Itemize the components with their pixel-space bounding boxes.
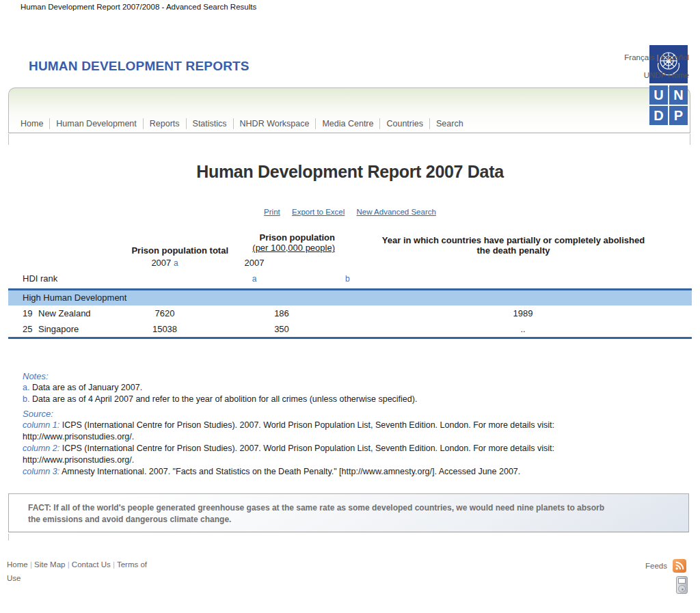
report-title: Human Development Report 2007 Data: [0, 162, 700, 182]
col-abolition-year-header: Year in which countries have partially o…: [335, 230, 692, 256]
abolition-year-value: 1989: [335, 305, 692, 321]
col2-note-spacer: [101, 271, 228, 288]
site-logo-text[interactable]: HUMAN DEVELOPMENT REPORTS: [29, 59, 250, 74]
note-label-a: a.: [23, 383, 29, 392]
undp-letter-n: N: [669, 85, 688, 105]
results-table: Prison population total Prison populatio…: [8, 230, 692, 339]
col3-year: 2007: [245, 256, 265, 271]
col4-note-cell: b: [335, 271, 692, 288]
abolition-year-value: ..: [335, 321, 692, 337]
footnote-a-link[interactable]: a: [174, 258, 178, 268]
footer-box-top: [8, 534, 9, 541]
undp-letter-u: U: [649, 85, 668, 105]
source-label-column3: column 3:: [23, 467, 59, 476]
undp-home-link[interactable]: UNDP Home: [457, 71, 689, 79]
footnote-a-link[interactable]: a: [252, 271, 257, 287]
prison-rate-header-line2[interactable]: (per 100,000 people): [252, 243, 335, 253]
prison-total-value: 7620: [101, 305, 228, 321]
page-title: Human Development Report 2007/2008 - Adv…: [21, 3, 256, 11]
nav-item-countries[interactable]: Countries: [379, 118, 429, 129]
prison-rate-value: 186: [228, 305, 335, 321]
nav-item-statistics[interactable]: Statistics: [186, 118, 233, 129]
footnote-b-link[interactable]: b: [345, 274, 350, 284]
nav-item-reports[interactable]: Reports: [143, 118, 186, 129]
header-spacer: [8, 230, 101, 256]
undp-letter-d: D: [649, 106, 668, 125]
feeds-area: Feeds: [645, 559, 686, 573]
note-item: b. Data are as of 4 April 2007 and refer…: [23, 394, 651, 405]
footer-links: Home Site Map Contact Us Terms of Use: [7, 558, 163, 585]
prison-rate-header-line1: Prison population: [260, 232, 336, 243]
prison-total-value: 15038: [101, 321, 228, 337]
table-row: 19New Zealand 7620 186 1989: [8, 305, 692, 321]
note-text: Data are as of January 2007.: [32, 383, 142, 392]
col4-year-spacer: [335, 256, 692, 271]
main-navigation: HomeHuman DevelopmentReportsStatisticsNH…: [8, 87, 690, 133]
note-label-b: b.: [23, 394, 29, 404]
nav-item-home[interactable]: Home: [14, 118, 49, 129]
col-prison-total-header: Prison population total: [101, 230, 228, 256]
hdi-rank-value: 19: [23, 305, 33, 321]
nav-item-human-development[interactable]: Human Development: [49, 118, 142, 129]
ipod-screen: [678, 578, 686, 584]
notes-heading: Notes:: [23, 370, 651, 382]
country-cell: 19New Zealand: [8, 305, 101, 321]
col-prison-rate-header: Prison population (per 100,000 people): [228, 230, 335, 256]
nav-item-media-centre[interactable]: Media Centre: [315, 118, 379, 129]
source-item: column 2: ICPS (International Centre for…: [23, 443, 651, 466]
table-subnote-row: HDI rank a b: [8, 271, 692, 288]
table-row: 25Singapore 15038 350 ..: [8, 321, 692, 337]
col3-year-cell: 2007: [228, 256, 335, 271]
year-spacer: [8, 256, 101, 271]
country-name: Singapore: [38, 324, 79, 334]
source-item: column 1: ICPS (International Centre for…: [23, 420, 651, 443]
nav-item-search[interactable]: Search: [429, 118, 470, 129]
source-item: column 3: Amnesty International. 2007. "…: [23, 466, 651, 478]
table-header-row: Prison population total Prison populatio…: [8, 230, 692, 256]
language-links: Français|Español: [457, 53, 689, 62]
source-text: ICPS (International Centre for Prison St…: [23, 444, 554, 465]
source-label-column2: column 2:: [23, 444, 59, 453]
lang-francais-link[interactable]: Français: [624, 53, 654, 62]
rss-feed-icon[interactable]: [673, 559, 686, 573]
footer-contact-us-link[interactable]: Contact Us: [68, 560, 111, 569]
ipod-wheel: [678, 585, 686, 592]
group-header-high-human-development: High Human Development: [8, 290, 692, 305]
source-text: Amnesty International. 2007. "Facts and …: [62, 467, 520, 476]
export-to-excel-link[interactable]: Export to Excel: [292, 208, 345, 216]
notes-section: Notes: a. Data are as of January 2007. b…: [23, 368, 651, 478]
source-label-column1: column 1:: [23, 420, 59, 430]
feeds-label: Feeds: [645, 562, 667, 570]
print-link[interactable]: Print: [264, 208, 280, 216]
hdi-rank-value: 25: [23, 321, 33, 337]
note-item: a. Data are as of January 2007.: [23, 382, 651, 394]
source-text: ICPS (International Centre for Prison St…: [23, 420, 554, 441]
col2-year-cell: 2007 a: [101, 256, 228, 271]
prison-rate-value: 350: [228, 321, 335, 337]
footer-site-map-link[interactable]: Site Map: [30, 560, 66, 569]
new-advanced-search-link[interactable]: New Advanced Search: [357, 208, 436, 216]
footer-home-link[interactable]: Home: [7, 560, 28, 569]
hdi-rank-label: HDI rank: [8, 271, 101, 288]
source-heading: Source:: [23, 408, 651, 420]
country-cell: 25Singapore: [8, 321, 101, 337]
note-text: Data are as of 4 April 2007 and refer to…: [32, 394, 417, 404]
undp-letter-grid: U N D P: [649, 85, 688, 125]
table-bottom-rule: [8, 337, 692, 339]
podcast-ipod-icon[interactable]: [676, 576, 688, 594]
lang-espanol-link[interactable]: Español: [660, 53, 689, 62]
col2-year: 2007: [151, 258, 171, 268]
nav-item-nhdr-workspace[interactable]: NHDR Workspace: [233, 118, 316, 129]
fact-box: FACT: If all of the world's people gener…: [8, 493, 689, 532]
fact-text: FACT: If all of the world's people gener…: [9, 494, 688, 525]
col3-note-cell: a: [228, 271, 335, 288]
undp-letter-p: P: [669, 106, 688, 125]
content-box-top: [8, 134, 690, 145]
action-links: Print Export to Excel New Advanced Searc…: [0, 208, 700, 216]
nav-items: HomeHuman DevelopmentReportsStatisticsNH…: [14, 118, 470, 129]
table-year-row: 2007 a 2007: [8, 256, 692, 271]
country-name: New Zealand: [38, 308, 91, 318]
